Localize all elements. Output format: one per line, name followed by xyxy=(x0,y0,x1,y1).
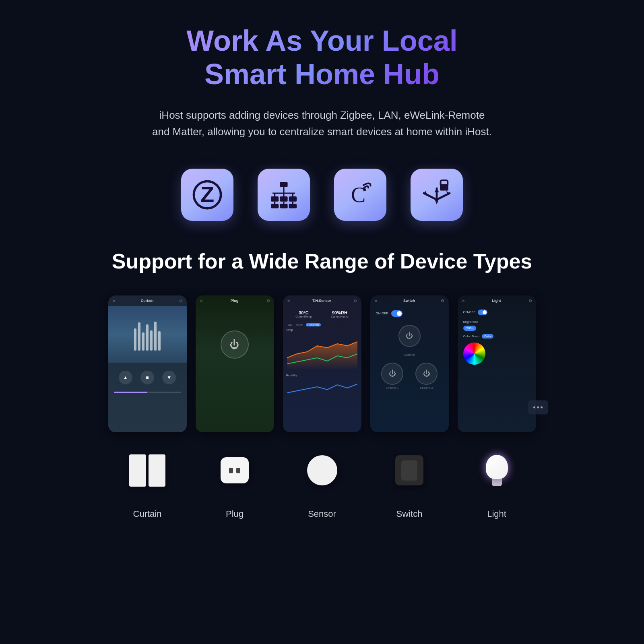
sensor-humidity-value: 90%RH xyxy=(331,310,349,315)
brightness-value: 50% xyxy=(463,326,476,331)
sensor-tab-day: Day xyxy=(286,323,294,326)
device-col-switch: ✕ Switch ⚙ ON-OFF ⏻ Channel ⏻ Channel 1 xyxy=(370,295,449,519)
sensor-chart xyxy=(283,332,361,372)
curtain-up-btn: ▲ xyxy=(119,371,132,384)
device-col-light: ✕ Light ⚙ ON-OFF Brightness 50% Color Te… xyxy=(458,295,536,519)
svg-rect-20 xyxy=(440,184,448,190)
switch-button-rect xyxy=(401,460,417,481)
switch-screen-title: Switch xyxy=(403,299,415,303)
page-subtitle: iHost supports adding devices through Zi… xyxy=(151,107,493,140)
svg-marker-27 xyxy=(434,188,439,192)
curtain-lines xyxy=(134,318,161,351)
devices-section: ✕ Curtain ⚙ ▲ xyxy=(0,295,644,519)
dot3 xyxy=(541,406,543,408)
sensor-gear-icon: ⚙ xyxy=(353,299,357,303)
light-gear-icon: ⚙ xyxy=(528,299,532,303)
curtain-gear-icon: ⚙ xyxy=(179,299,183,303)
brightness-label: Brightness xyxy=(463,320,530,324)
section-title: Support for a Wide Range of Device Types xyxy=(112,249,533,273)
svg-text:C: C xyxy=(351,182,365,206)
plug-power-btn: ⏻ xyxy=(221,330,249,359)
switch-channel2-label: Channel 2 xyxy=(420,386,433,389)
light-color-temp-row: Color Temp Color xyxy=(458,332,536,340)
plug-power-area: ⏻ xyxy=(196,330,274,359)
sensor-temp-item: 30°C CurrentTemp xyxy=(295,310,312,318)
switch-label: Switch xyxy=(396,509,423,519)
svg-text:Z: Z xyxy=(200,181,214,206)
curtain-screen-header: ✕ Curtain ⚙ xyxy=(108,295,187,306)
sensor-tab-row: Day Month Half a year xyxy=(283,322,361,328)
sensor-tab-halfyear: Half a year xyxy=(306,323,321,326)
plug-screen-header: ✕ Plug ⚙ xyxy=(196,295,274,306)
curtain-label: Curtain xyxy=(133,509,162,519)
bulb-globe xyxy=(486,455,508,479)
light-screen: ✕ Light ⚙ ON-OFF Brightness 50% Color Te… xyxy=(458,295,536,432)
color-temp-label: Color Temp xyxy=(463,334,480,338)
sensor-screen-title: T.H.Sensor xyxy=(312,299,331,303)
svg-rect-5 xyxy=(289,196,297,202)
plug-screen-title: Plug xyxy=(231,299,239,303)
svg-rect-4 xyxy=(280,196,287,202)
switch-close-icon: ✕ xyxy=(374,299,378,303)
svg-marker-28 xyxy=(287,342,357,370)
switch-screen: ✕ Switch ⚙ ON-OFF ⏻ Channel ⏻ Channel 1 xyxy=(370,295,449,432)
light-color-wheel xyxy=(463,343,485,365)
sensor-device-icon xyxy=(307,455,337,485)
sensor-humidity-chart-label: Humidity xyxy=(286,374,358,377)
plug-label: Plug xyxy=(226,509,244,519)
switch-channel2-btn: ⏻ xyxy=(415,363,438,385)
device-col-sensor: ✕ T.H.Sensor ⚙ 30°C CurrentTemp 90%RH Cu… xyxy=(283,295,361,519)
curtain-progress xyxy=(108,389,187,396)
curtain-image-area xyxy=(108,306,187,363)
sensor-close-icon: ✕ xyxy=(287,299,290,303)
light-close-icon: ✕ xyxy=(462,299,465,303)
curtain-screen: ✕ Curtain ⚙ ▲ xyxy=(108,295,187,432)
switch-onoff-row: ON-OFF xyxy=(370,306,449,321)
plug-gear-icon: ⚙ xyxy=(266,299,270,303)
curtain-device-icon xyxy=(129,454,165,487)
switch-device-icon xyxy=(395,455,423,485)
svg-rect-12 xyxy=(280,204,287,208)
svg-rect-3 xyxy=(271,196,279,202)
sensor-screen-header: ✕ T.H.Sensor ⚙ xyxy=(283,295,361,306)
sensor-humidity-label: CurrentHumid xyxy=(331,315,349,318)
svg-point-18 xyxy=(363,188,366,191)
lan-icon xyxy=(258,169,310,221)
sensor-humidity-item: 90%RH CurrentHumid xyxy=(331,310,349,318)
light-screen-header: ✕ Light ⚙ xyxy=(458,295,536,306)
device-col-curtain: ✕ Curtain ⚙ ▲ xyxy=(108,295,187,519)
light-onoff-label: ON-OFF xyxy=(463,310,476,314)
switch-channel-main-btn: ⏻ xyxy=(398,325,421,347)
svg-rect-13 xyxy=(289,204,297,208)
zigbee-icon: Z xyxy=(181,169,233,221)
sensor-label: Sensor xyxy=(308,509,336,519)
light-screen-title: Light xyxy=(492,299,501,303)
color-temp-btn: Color xyxy=(482,334,493,339)
sensor-screen: ✕ T.H.Sensor ⚙ 30°C CurrentTemp 90%RH Cu… xyxy=(283,295,361,432)
curtain-image xyxy=(129,444,165,497)
plug-image xyxy=(221,444,249,497)
curtain-down-btn: ▼ xyxy=(162,371,176,384)
switch-channel-main-label: Channel xyxy=(404,353,415,356)
sensor-temp-value: 30°C xyxy=(295,310,312,315)
switch-channels: ⏻ Channel ⏻ Channel 1 ⏻ Channel 2 xyxy=(370,325,449,389)
light-onoff-row: ON-OFF xyxy=(458,306,536,318)
curtain-close-icon: ✕ xyxy=(112,299,116,303)
curtain-screen-title: Curtain xyxy=(141,299,154,303)
dot1 xyxy=(533,406,535,408)
svg-rect-11 xyxy=(271,204,279,208)
matter-icon xyxy=(411,169,463,221)
sensor-chart-label: Temp xyxy=(283,328,361,332)
switch-channel-pair: ⏻ Channel 1 ⏻ Channel 2 xyxy=(381,363,438,389)
light-toggle xyxy=(478,310,487,315)
light-brightness: Brightness 50% xyxy=(458,318,536,332)
switch-channel1-btn: ⏻ xyxy=(381,363,403,385)
svg-rect-2 xyxy=(280,182,287,187)
curtain-controls: ▲ ■ ▼ xyxy=(108,366,187,389)
plug-hole-left xyxy=(229,468,233,473)
plug-screen: ✕ Plug ⚙ ⏻ xyxy=(196,295,274,432)
switch-channel1-label: Channel 1 xyxy=(386,386,399,389)
plug-holes xyxy=(229,468,240,473)
sensor-tab-month: Month xyxy=(295,323,305,326)
ewelink-icon: C xyxy=(334,169,386,221)
